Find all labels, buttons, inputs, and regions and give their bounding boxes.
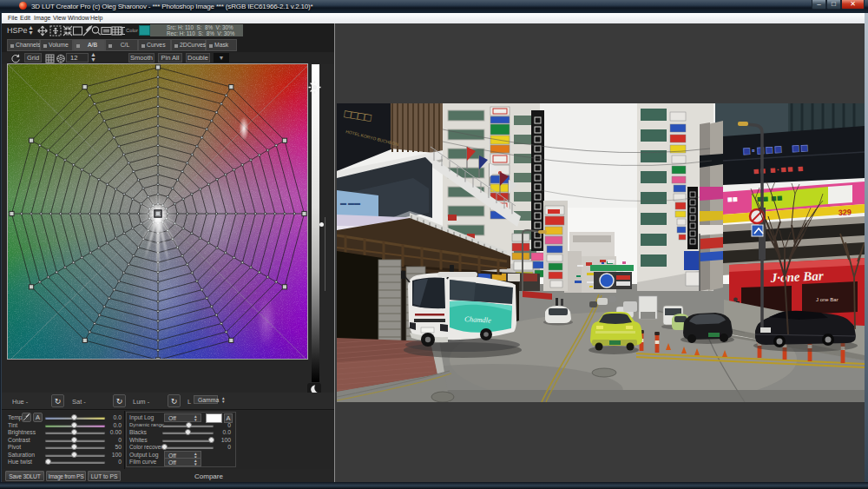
svg-text:▬ ▬▬: ▬ ▬▬ bbox=[340, 200, 360, 206]
svg-text:■■ ■■: ■■ ■■ bbox=[756, 192, 782, 204]
svg-text:J one Bar: J one Bar bbox=[816, 297, 838, 302]
svg-text:329: 329 bbox=[838, 208, 852, 217]
svg-text:Chamdle: Chamdle bbox=[464, 314, 491, 325]
svg-text:J·one Bar: J·one Bar bbox=[769, 268, 824, 285]
svg-text:■■: ■■ bbox=[727, 194, 739, 204]
